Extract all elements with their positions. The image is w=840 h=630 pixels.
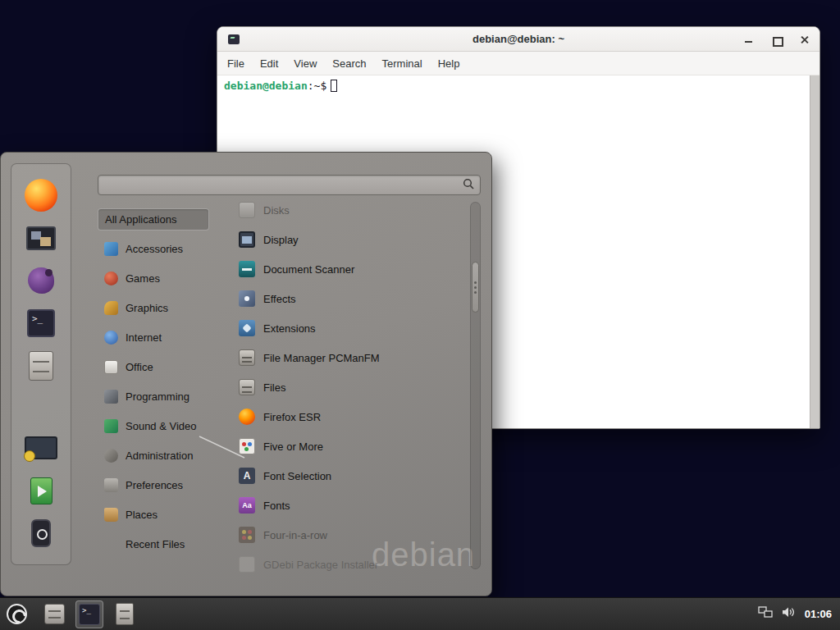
category-recent-files[interactable]: Recent Files [98, 529, 209, 559]
search-icon [463, 178, 474, 193]
file-manager-icon [44, 604, 65, 624]
app-item-display[interactable]: Display [239, 225, 472, 254]
games-icon [104, 272, 118, 285]
sound-video-icon [104, 419, 118, 433]
prompt-user: debian@debian [224, 80, 308, 92]
programming-icon [104, 390, 118, 404]
display-icon [239, 231, 255, 248]
terminal-icon: >_ [27, 309, 55, 337]
scrollbar-thumb[interactable] [472, 262, 479, 313]
file-cabinet-icon [29, 351, 53, 381]
application-list: Disks Display Document Scanner Effects E… [239, 195, 472, 579]
window-controls [743, 27, 810, 52]
category-internet[interactable]: Internet [98, 322, 209, 352]
lock-screen-button[interactable] [20, 427, 62, 469]
logout-icon [30, 477, 52, 504]
clock[interactable]: 01:06 [805, 608, 832, 620]
category-all-applications[interactable]: All Applications [98, 208, 209, 231]
accessories-icon [104, 242, 118, 256]
four-in-a-row-icon [239, 527, 255, 543]
favorite-photos[interactable] [20, 217, 62, 259]
preferences-icon [104, 478, 118, 492]
system-tray: 01:06 [758, 606, 840, 622]
favorite-terminal[interactable]: >_ [20, 302, 62, 345]
file-manager-launcher[interactable] [40, 600, 68, 628]
shutdown-button[interactable] [20, 512, 62, 555]
terminal-titlebar[interactable]: debian@debian: ~ [217, 27, 819, 52]
office-icon [104, 360, 118, 374]
minimize-icon[interactable] [743, 34, 754, 45]
files-icon [116, 603, 134, 625]
internet-icon [104, 331, 118, 345]
network-icon[interactable] [758, 606, 773, 622]
terminal-launcher[interactable]: >_ [75, 600, 103, 628]
font-selection-icon [239, 468, 255, 484]
five-or-more-icon [239, 438, 255, 454]
menubar-item-view[interactable]: View [294, 57, 317, 70]
fonts-icon [239, 497, 255, 514]
app-item-fonts[interactable]: Fonts [239, 491, 472, 520]
category-office[interactable]: Office [98, 352, 209, 381]
terminal-menubar: File Edit View Search Terminal Help [217, 52, 819, 75]
app-item-firefox-esr[interactable]: Firefox ESR [239, 402, 472, 431]
terminal-window-title: debian@debian: ~ [217, 33, 819, 45]
volume-icon[interactable] [782, 606, 796, 622]
terminal-scrollbar[interactable] [810, 75, 819, 428]
category-preferences[interactable]: Preferences [98, 470, 209, 500]
app-item-extensions[interactable]: Extensions [239, 313, 472, 343]
category-games[interactable]: Games [98, 263, 209, 293]
prompt-path: :~$ [308, 80, 326, 92]
menubar-item-file[interactable]: File [227, 57, 244, 70]
cinnamon-logo-icon [7, 604, 27, 624]
application-menu: debian >_ All Applications [0, 152, 492, 596]
favorite-firefox[interactable] [20, 174, 62, 217]
app-item-pcmanfm[interactable]: File Manager PCManFM [239, 343, 472, 372]
places-icon [104, 508, 118, 522]
app-item-files[interactable]: Files [239, 372, 472, 402]
menubar-item-help[interactable]: Help [438, 57, 460, 70]
app-list-scrollbar[interactable] [470, 202, 481, 569]
favorite-file-manager[interactable] [20, 345, 62, 387]
bird-app-icon [28, 267, 54, 294]
menubar-item-terminal[interactable]: Terminal [382, 57, 422, 70]
pcmanfm-icon [239, 349, 255, 366]
app-item-five-or-more[interactable]: Five or More [239, 431, 472, 461]
app-item-disks[interactable]: Disks [239, 195, 472, 225]
category-administration[interactable]: Administration [98, 441, 209, 470]
app-item-document-scanner[interactable]: Document Scanner [239, 254, 472, 284]
gdebi-icon [239, 556, 255, 573]
shutdown-icon [31, 519, 51, 547]
category-places[interactable]: Places [98, 500, 209, 529]
favorite-bird-app[interactable] [20, 259, 62, 302]
category-graphics[interactable]: Graphics [98, 293, 209, 322]
app-item-four-in-a-row[interactable]: Four-in-a-row [239, 520, 472, 550]
category-list: All Applications Accessories Games Graph… [98, 204, 209, 559]
terminal-app-icon [228, 34, 240, 44]
category-accessories[interactable]: Accessories [98, 234, 209, 263]
menubar-item-edit[interactable]: Edit [260, 57, 278, 70]
menu-search-input[interactable] [98, 176, 463, 194]
desktop: debian@debian: ~ File Edit View Search T… [0, 0, 840, 630]
administration-icon [104, 449, 118, 463]
category-programming[interactable]: Programming [98, 381, 209, 411]
menu-button[interactable] [0, 598, 33, 630]
effects-icon [239, 290, 255, 307]
disks-icon [239, 202, 255, 218]
taskbar-panel: >_ 01:06 [0, 597, 840, 630]
photos-icon [26, 226, 56, 250]
terminal-icon: >_ [79, 604, 100, 625]
menu-search-box [98, 175, 481, 195]
lock-screen-icon [25, 436, 57, 459]
icon-spacer [104, 537, 118, 551]
firefox-icon [239, 409, 255, 425]
menubar-item-search[interactable]: Search [332, 57, 366, 70]
app-item-font-selection[interactable]: Font Selection [239, 461, 472, 491]
logout-button[interactable] [20, 469, 62, 512]
app-item-effects[interactable]: Effects [239, 284, 472, 313]
close-icon[interactable] [799, 34, 810, 45]
maximize-icon[interactable] [771, 34, 782, 45]
category-sound-video[interactable]: Sound & Video [98, 411, 209, 441]
files-icon [239, 379, 255, 395]
files-launcher[interactable] [111, 600, 139, 628]
app-item-gdebi[interactable]: GDebi Package Installer [239, 550, 472, 579]
